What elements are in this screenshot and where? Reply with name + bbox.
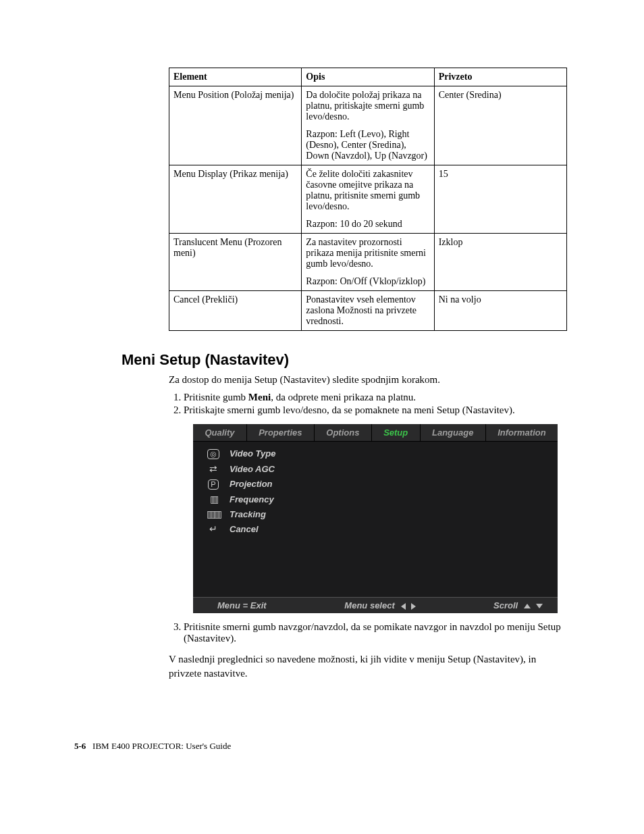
bars3-icon: ▥ <box>200 494 227 504</box>
osd-item: P Projection <box>200 476 551 492</box>
osd-item-label: Video Type <box>227 448 551 459</box>
osd-tabs: Quality Properties Options Setup Languag… <box>193 424 558 442</box>
table-header-row: Element Opis Privzeto <box>169 68 567 86</box>
step-3: Pritisnite smerni gumb navzgor/navzdol, … <box>184 621 570 644</box>
footer-title: IBM E400 PROJECTOR: User's Guide <box>92 741 231 751</box>
bars4-icon: ▥▥ <box>200 509 227 519</box>
osd-item: ⇄ Video AGC <box>200 461 551 476</box>
closing-paragraph: V naslednji preglednici so navedene možn… <box>169 652 570 680</box>
return-icon: ↵ <box>200 523 227 534</box>
scroll-label: Scroll <box>493 600 518 610</box>
osd-item: ▥▥ Tracking <box>200 506 551 521</box>
table-row: Menu Position (Položaj menija) Da določi… <box>169 86 567 165</box>
triangle-left-icon <box>401 603 406 610</box>
cell-opis: Če želite določiti zakasnitev časovne om… <box>302 165 434 234</box>
cell-opis: Da določite položaj prikaza na platnu, p… <box>302 86 434 165</box>
step-2: Pritiskajte smerni gumb levo/desno, da s… <box>184 405 570 416</box>
cell-element: Cancel (Prekliči) <box>169 291 302 331</box>
parameters-table: Element Opis Privzeto Menu Position (Pol… <box>169 68 567 331</box>
step-text: Pritisnite gumb <box>184 392 248 402</box>
osd-tab-properties: Properties <box>247 424 315 441</box>
triangle-up-icon <box>524 604 531 608</box>
opis-range: Razpon: Left (Levo), Right (Desno), Cent… <box>306 129 429 161</box>
target-icon: ◎ <box>200 448 227 459</box>
opis-main: Če želite določiti zakasnitev časovne om… <box>306 169 429 212</box>
opis-main: Ponastavitev vseh elementov zaslona Možn… <box>306 294 429 327</box>
cell-opis: Za nastavitev prozornosti prikaza menija… <box>302 234 434 291</box>
cell-default: Izklop <box>434 234 566 291</box>
osd-item: ↵ Cancel <box>200 521 551 536</box>
osd-item-label: Video AGC <box>227 464 551 474</box>
menu-select-label: Menu select <box>344 600 394 610</box>
step-text: Pritiskajte smerni gumb levo/desno, da s… <box>184 405 515 415</box>
step-bold: Meni <box>248 392 271 402</box>
cell-opis: Ponastavitev vseh elementov zaslona Možn… <box>302 291 434 331</box>
opis-main: Za nastavitev prozornosti prikaza menija… <box>306 237 429 269</box>
slider-icon: ⇄ <box>200 463 227 474</box>
osd-item: ◎ Video Type <box>200 446 551 461</box>
osd-tab-options: Options <box>315 424 372 441</box>
osd-footer-left: Menu = Exit <box>201 600 326 610</box>
cell-default: Center (Sredina) <box>434 86 566 165</box>
osd-item: ▥ Frequency <box>200 492 551 506</box>
cell-default: Ni na voljo <box>434 291 566 331</box>
intro-paragraph: Za dostop do menija Setup (Nastavitev) s… <box>169 373 570 386</box>
osd-footer-center: Menu select <box>326 600 435 610</box>
table-row: Cancel (Prekliči) Ponastavitev vseh elem… <box>169 291 567 331</box>
opis-range: Razpon: 10 do 20 sekund <box>306 219 429 230</box>
steps-list: Pritisnite gumb Meni, da odprete meni pr… <box>169 392 570 416</box>
table-row: Translucent Menu (Prozoren meni) Za nast… <box>169 234 567 291</box>
opis-range: Razpon: On/Off (Vklop/izklop) <box>306 276 429 287</box>
table-row: Menu Display (Prikaz menija) Če želite d… <box>169 165 567 234</box>
th-opis: Opis <box>302 68 434 86</box>
osd-footer: Menu = Exit Menu select Scroll <box>193 597 558 613</box>
opis-main: Da določite položaj prikaza na platnu, p… <box>306 90 429 122</box>
page-number: 5-6 <box>74 741 86 751</box>
steps-list-cont: Pritisnite smerni gumb navzgor/navzdol, … <box>169 621 570 644</box>
step-1: Pritisnite gumb Meni, da odprete meni pr… <box>184 392 570 403</box>
step-text: , da odprete meni prikaza na platnu. <box>271 392 416 402</box>
osd-item-label: Frequency <box>227 494 551 504</box>
osd-screenshot: Quality Properties Options Setup Languag… <box>193 424 558 613</box>
triangle-right-icon <box>411 603 416 610</box>
p-icon: P <box>200 478 227 490</box>
osd-footer-right: Scroll <box>435 600 549 610</box>
osd-item-label: Cancel <box>227 524 551 534</box>
th-element: Element <box>169 68 302 86</box>
cell-default: 15 <box>434 165 566 234</box>
triangle-down-icon <box>536 604 543 608</box>
osd-tab-language: Language <box>421 424 486 441</box>
osd-tab-quality: Quality <box>193 424 247 441</box>
cell-element: Menu Position (Položaj menija) <box>169 86 302 165</box>
osd-body: ◎ Video Type ⇄ Video AGC P Projection ▥ … <box>193 442 558 597</box>
cell-element: Translucent Menu (Prozoren meni) <box>169 234 302 291</box>
osd-tab-information: Information <box>486 424 558 441</box>
osd-tab-setup: Setup <box>372 424 421 441</box>
section-heading: Meni Setup (Nastavitev) <box>122 351 570 369</box>
osd-item-label: Tracking <box>227 509 551 519</box>
th-privzeto: Privzeto <box>434 68 566 86</box>
osd-item-label: Projection <box>227 479 551 489</box>
page-footer: 5-6 IBM E400 PROJECTOR: User's Guide <box>74 741 570 752</box>
cell-element: Menu Display (Prikaz menija) <box>169 165 302 234</box>
